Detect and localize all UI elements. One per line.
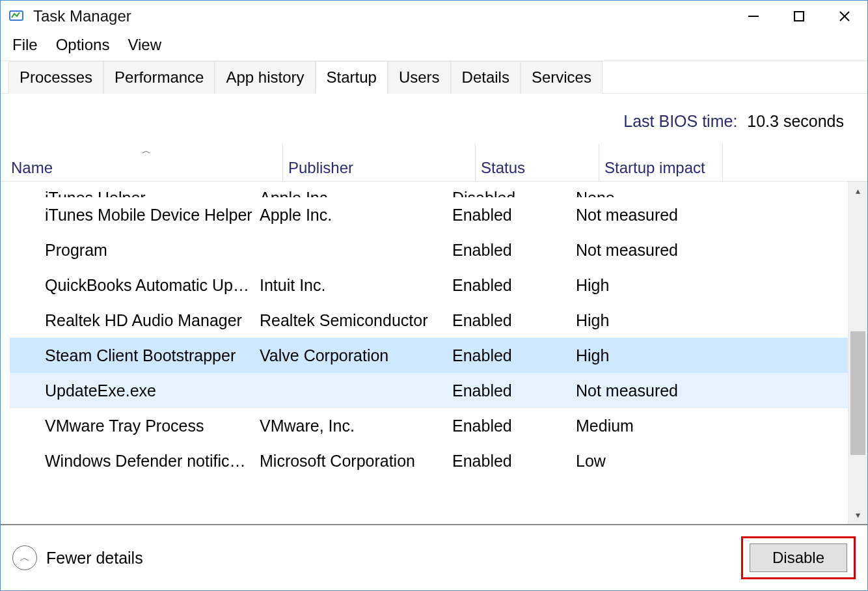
tab-startup[interactable]: Startup bbox=[316, 61, 388, 94]
window-title: Task Manager bbox=[33, 7, 131, 25]
cell-name: QuickBooks Automatic Upd... bbox=[45, 276, 254, 295]
menu-options[interactable]: Options bbox=[56, 36, 110, 54]
startup-list: iTunes HelperApple Inc.DisabledNoneiTune… bbox=[1, 182, 848, 524]
cell-status: Enabled bbox=[447, 311, 571, 330]
cell-publisher: Microsoft Corporation bbox=[254, 452, 447, 471]
tab-performance[interactable]: Performance bbox=[103, 61, 215, 94]
menu-view[interactable]: View bbox=[128, 36, 161, 54]
sort-ascending-icon: ︿ bbox=[142, 145, 151, 157]
cell-name: iTunes Helper bbox=[45, 189, 254, 197]
maximize-button[interactable] bbox=[776, 1, 822, 32]
cell-impact: High bbox=[571, 346, 694, 365]
cell-impact: Medium bbox=[571, 417, 694, 435]
scroll-thumb[interactable] bbox=[850, 331, 865, 455]
cell-impact: None bbox=[571, 189, 694, 197]
cell-name: UpdateExe.exe bbox=[45, 381, 254, 400]
cell-name: Realtek HD Audio Manager bbox=[45, 311, 254, 330]
cell-status: Enabled bbox=[447, 206, 571, 225]
audio-icon bbox=[10, 312, 45, 329]
cell-status: Disabled bbox=[447, 189, 571, 197]
cell-status: Enabled bbox=[447, 381, 571, 400]
scrollbar[interactable]: ▴ ▾ bbox=[848, 182, 867, 524]
table-row[interactable]: VMware Tray ProcessVMware, Inc.EnabledMe… bbox=[10, 408, 848, 443]
table-row[interactable]: UpdateExe.exeEnabledNot measured bbox=[10, 373, 848, 408]
cell-impact: High bbox=[571, 276, 694, 295]
footer: ︿ Fewer details Disable bbox=[1, 525, 867, 590]
cell-publisher: Valve Corporation bbox=[254, 346, 447, 365]
menu-file[interactable]: File bbox=[12, 36, 38, 54]
table-row[interactable]: Realtek HD Audio ManagerRealtek Semicond… bbox=[10, 303, 848, 338]
cell-name: Windows Defender notificati... bbox=[45, 452, 254, 471]
column-headers: ︿ Name Publisher Status Startup impact bbox=[1, 144, 867, 182]
disable-button[interactable]: Disable bbox=[750, 543, 847, 572]
vmware-icon bbox=[10, 417, 45, 434]
disable-highlight: Disable bbox=[741, 536, 856, 579]
svg-rect-2 bbox=[794, 12, 804, 21]
menubar: File Options View bbox=[1, 32, 867, 61]
cell-name: iTunes Mobile Device Helper bbox=[45, 206, 254, 225]
cell-publisher: Apple Inc. bbox=[254, 206, 447, 225]
quickbooks-icon bbox=[10, 277, 45, 294]
tab-app-history[interactable]: App history bbox=[215, 61, 315, 94]
cell-publisher: Realtek Semiconductor bbox=[254, 311, 447, 330]
table-row[interactable]: Steam Client BootstrapperValve Corporati… bbox=[10, 338, 848, 373]
fewer-details-button[interactable]: ︿ Fewer details bbox=[12, 545, 143, 570]
itunes-icon bbox=[10, 206, 45, 223]
itunes-icon bbox=[10, 182, 45, 197]
column-status[interactable]: Status bbox=[476, 144, 599, 181]
cell-publisher: Apple Inc. bbox=[254, 189, 447, 197]
table-row[interactable]: Windows Defender notificati...Microsoft … bbox=[10, 443, 848, 478]
bios-label: Last BIOS time: bbox=[623, 112, 737, 130]
column-publisher[interactable]: Publisher bbox=[283, 144, 476, 181]
tab-services[interactable]: Services bbox=[521, 61, 603, 94]
file-icon bbox=[10, 241, 45, 258]
cell-impact: Low bbox=[571, 452, 694, 471]
cell-status: Enabled bbox=[447, 417, 571, 435]
close-button[interactable] bbox=[822, 1, 867, 32]
cell-status: Enabled bbox=[447, 452, 571, 471]
table-row[interactable]: iTunes HelperApple Inc.DisabledNone bbox=[10, 182, 848, 197]
update-icon bbox=[10, 382, 45, 399]
cell-impact: Not measured bbox=[571, 241, 694, 260]
cell-impact: Not measured bbox=[571, 206, 694, 225]
cell-publisher: VMware, Inc. bbox=[254, 417, 447, 435]
bios-time: Last BIOS time: 10.3 seconds bbox=[1, 94, 867, 144]
cell-status: Enabled bbox=[447, 276, 571, 295]
cell-status: Enabled bbox=[447, 346, 571, 365]
tabs: Processes Performance App history Startu… bbox=[1, 61, 867, 94]
cell-status: Enabled bbox=[447, 241, 571, 260]
cell-name: VMware Tray Process bbox=[45, 417, 254, 435]
table-row[interactable]: iTunes Mobile Device HelperApple Inc.Ena… bbox=[10, 197, 848, 232]
defender-icon bbox=[10, 452, 45, 469]
table-row[interactable]: QuickBooks Automatic Upd...Intuit Inc.En… bbox=[10, 268, 848, 303]
cell-name: Steam Client Bootstrapper bbox=[45, 346, 254, 365]
column-name[interactable]: ︿ Name bbox=[10, 144, 283, 181]
chevron-up-icon: ︿ bbox=[12, 545, 37, 570]
cell-impact: Not measured bbox=[571, 381, 694, 400]
app-icon bbox=[7, 7, 25, 25]
bios-value: 10.3 seconds bbox=[747, 112, 844, 130]
scroll-down-icon[interactable]: ▾ bbox=[848, 506, 867, 524]
steam-icon bbox=[10, 347, 45, 364]
cell-publisher: Intuit Inc. bbox=[254, 276, 447, 295]
cell-name: Program bbox=[45, 241, 254, 260]
column-impact[interactable]: Startup impact bbox=[599, 144, 723, 181]
tab-details[interactable]: Details bbox=[451, 61, 521, 94]
table-row[interactable]: ProgramEnabledNot measured bbox=[10, 232, 848, 268]
titlebar: Task Manager bbox=[1, 1, 867, 32]
cell-impact: High bbox=[571, 311, 694, 330]
scroll-up-icon[interactable]: ▴ bbox=[848, 182, 867, 200]
minimize-button[interactable] bbox=[731, 1, 776, 32]
tab-processes[interactable]: Processes bbox=[8, 61, 103, 94]
tab-users[interactable]: Users bbox=[388, 61, 451, 94]
